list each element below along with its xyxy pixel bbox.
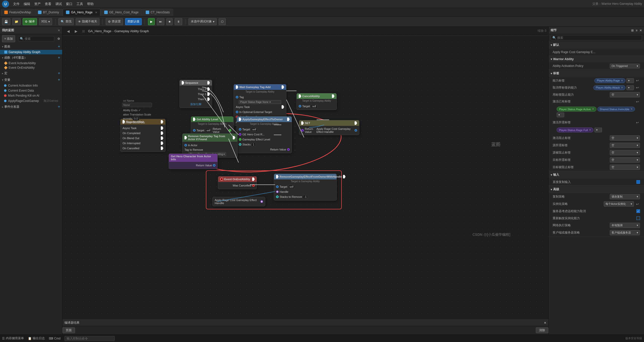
var-item-current-event[interactable]: Current Event Data: [0, 88, 62, 93]
add-function-btn[interactable]: +: [58, 55, 60, 60]
find-btn[interactable]: 🔍 查找: [58, 18, 74, 25]
target-req-dropdown[interactable]: 空▾: [610, 157, 640, 163]
canvas-scroll[interactable]: Sequence Then 0 Then 1 Then: [62, 36, 548, 319]
client-server-dropdown[interactable]: 客户端或服务器 ▾: [610, 230, 640, 235]
tag-x-ability-attack[interactable]: ✕: [621, 86, 623, 89]
tag-activating-dropdown-icon[interactable]: ▾: [223, 153, 225, 156]
node-set[interactable]: SET Return Value Apply Rage Cost Gamepla…: [299, 120, 359, 135]
net-policy-dropdown[interactable]: 本地预测 ▾: [610, 223, 640, 228]
detail-default-header[interactable]: ▾ 默认: [549, 41, 644, 49]
detail-input-header[interactable]: ▾ 输入: [549, 171, 644, 178]
section-functions-header[interactable]: ▾ 函数（4可覆盖） +: [0, 54, 62, 61]
instance-policy-reset[interactable]: ↩: [635, 202, 640, 206]
cancel-tag-reset[interactable]: ↩: [635, 86, 640, 90]
detail-warrior-header[interactable]: ▾ Warrior Ability: [549, 56, 644, 62]
play-btn[interactable]: ▶: [148, 18, 155, 25]
direct-input-checkbox[interactable]: [636, 180, 640, 184]
section-graph-header[interactable]: ▾ 图表 +: [0, 43, 62, 50]
compile-btn[interactable]: ⚙ 编译: [23, 18, 37, 25]
menu-help[interactable]: 帮助: [87, 2, 94, 6]
active-tag-reset[interactable]: ↩: [635, 100, 640, 104]
tree-item-event-activate[interactable]: Event ActivateAbility: [0, 61, 62, 65]
right-panel-close[interactable]: ✕: [639, 29, 642, 32]
menu-window[interactable]: 窗口: [66, 2, 72, 6]
step-btn[interactable]: ⏭: [157, 18, 164, 25]
menu-file[interactable]: 文件: [13, 2, 20, 6]
tree-item-gameplay-graph[interactable]: Gameplay Ability Graph: [0, 50, 62, 54]
var-item-current-activation[interactable]: Current Activation Info: [0, 83, 62, 88]
page-btn[interactable]: 页面: [62, 327, 75, 333]
menu-edit[interactable]: 编辑: [24, 2, 30, 6]
add-graph-btn[interactable]: +: [58, 44, 60, 49]
var-item-mark-pending[interactable]: Mark Pending Kill on At: [0, 93, 62, 98]
tab-ge-hero-cost[interactable]: GE_Hero_Cost_Rage: [101, 9, 142, 16]
grid-view-icon[interactable]: ⊞: [631, 29, 634, 32]
section-event-dispatcher-header[interactable]: ▸ 事件分发器 +: [0, 103, 62, 110]
hide-btn[interactable]: 👁 隐藏不相关: [76, 18, 99, 25]
retrigger-checkbox[interactable]: [636, 216, 640, 220]
instance-policy-dropdown[interactable]: 每个Actor实例化 ▾: [604, 201, 634, 207]
pause-btn[interactable]: ⏸: [175, 18, 182, 25]
diff-btn[interactable]: 对比 ▾: [39, 18, 52, 25]
menu-view[interactable]: 查看: [45, 2, 51, 6]
stop-btn[interactable]: ■: [166, 18, 173, 25]
block-tag-dropdown[interactable]: 空 ▾: [610, 92, 640, 97]
ability-tag-reset[interactable]: ↩: [635, 79, 640, 83]
tab-bt-dummy[interactable]: BT_Dummy: [35, 9, 62, 16]
target-block-dropdown[interactable]: 空▾: [610, 165, 640, 170]
ability-tag-dropdown[interactable]: ▾: [626, 78, 634, 83]
server-cancel-checkbox[interactable]: ✓: [636, 209, 640, 213]
block2-dropdown[interactable]: 空▾: [610, 135, 640, 141]
browse-btn[interactable]: 📁: [12, 18, 21, 25]
list-view-icon[interactable]: ≡: [636, 29, 637, 32]
class-defaults-btn[interactable]: 类默认值: [125, 18, 142, 25]
detail-tags-header[interactable]: ▾ 标签: [549, 70, 644, 77]
right-search-input[interactable]: [557, 36, 640, 40]
tab-feature-dev[interactable]: FeatureDevMap: [1, 9, 34, 16]
content-sidebar-btn[interactable]: ☰ 内容侧滑菜单: [2, 336, 24, 340]
active-tag-dropdown[interactable]: ▾: [557, 112, 564, 117]
node-cancel-ability[interactable]: CancelAbility Target is Gameplay Ability…: [296, 93, 337, 110]
debug-extra-btn[interactable]: ⬡: [219, 18, 226, 25]
tag-x-rage-active[interactable]: ✕: [592, 107, 594, 111]
pin-add-seq[interactable]: 添加引脚: [180, 102, 212, 107]
tree-item-event-onend[interactable]: Event OnEndAbility: [0, 65, 62, 70]
node-remove-effect[interactable]: RemoveGameplayEffectFromOwnerWithHandle …: [274, 174, 337, 201]
required-tag-dropdown[interactable]: ▾: [594, 128, 602, 132]
tab-ct-hero-stats[interactable]: CT_HeroStats: [142, 9, 173, 16]
node-get-ability-level[interactable]: Get Ability Level Target is Gameplay Abi…: [191, 116, 234, 135]
source-block-dropdown[interactable]: 空▾: [610, 150, 640, 155]
node-sequence[interactable]: Sequence Then 0 Then 1 Then: [179, 80, 212, 108]
tag-x-invincible[interactable]: ✕: [630, 107, 633, 111]
left-panel-close[interactable]: ✕: [58, 29, 60, 32]
add-variable-btn[interactable]: +: [58, 78, 60, 82]
bottom-panel-close[interactable]: ✕: [544, 321, 546, 325]
tab-close-ga-hero-rage[interactable]: ✕: [95, 11, 97, 14]
node-event-onend[interactable]: Event OnEndAbility Was Cancelled: [218, 176, 257, 189]
node-apply-rage-handle[interactable]: Apply Rage Cost Gameplay Effect Handlle: [212, 197, 265, 206]
section-macro-header[interactable]: ▸ 宏 +: [0, 70, 62, 77]
tab-ga-hero-rage[interactable]: GA_Hero_Rage ✕: [63, 9, 100, 16]
left-search-input[interactable]: [25, 37, 53, 41]
add-event-dispatcher-btn[interactable]: +: [58, 104, 60, 109]
tag-x-rage-full[interactable]: ✕: [589, 128, 591, 132]
required-tag-reset[interactable]: ↩: [635, 121, 640, 125]
nav-forward-btn[interactable]: ▶: [73, 29, 79, 34]
source-req-dropdown[interactable]: 空▾: [610, 143, 640, 148]
cmd-btn[interactable]: ⌨ Cmd: [49, 337, 60, 340]
cmd-input[interactable]: [64, 336, 115, 341]
debug-target-dropdown[interactable]: 未选中调试对象 ▾: [188, 18, 217, 25]
settings-icon[interactable]: ⚙: [57, 37, 60, 41]
breadcrumb-ga[interactable]: GA_Hero_Rage: [88, 29, 111, 33]
copy-policy-dropdown[interactable]: 请勿复制 ▾: [610, 194, 640, 199]
output-log-btn[interactable]: 📋 输出日志: [28, 336, 45, 340]
tag-x-ability-rage[interactable]: ✕: [621, 79, 623, 82]
warrior-policy-dropdown[interactable]: On Triggered ▾: [610, 64, 640, 68]
menu-debug[interactable]: 调试: [55, 2, 62, 6]
menu-tools[interactable]: 工具: [77, 2, 83, 6]
nav-back-btn[interactable]: ◀: [65, 29, 71, 34]
cancel-tag-dropdown[interactable]: ▾: [626, 85, 634, 90]
section-variables-header[interactable]: ▾ 变量 +: [0, 77, 62, 83]
node-get-hero-char[interactable]: Get Hero Character from Actor Info Retur…: [169, 154, 218, 169]
add-item-btn[interactable]: + 添加: [2, 35, 15, 42]
